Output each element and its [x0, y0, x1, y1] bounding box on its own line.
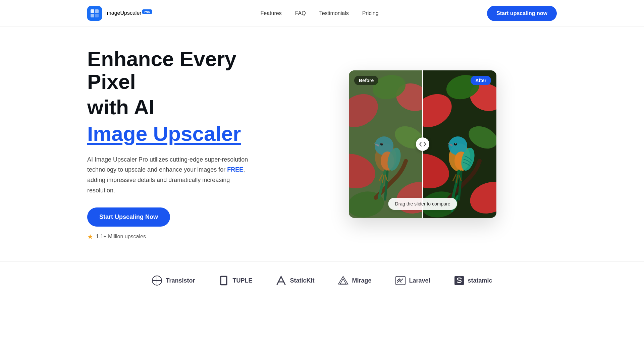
free-link[interactable]: FREE	[227, 166, 243, 173]
statickit-label: StaticKit	[290, 277, 314, 284]
statamic-icon	[454, 275, 465, 286]
laravel-label: Laravel	[409, 277, 430, 284]
upscales-count: ★ 1.1+ Million upscales	[87, 233, 262, 241]
nav-faq[interactable]: FAQ	[295, 10, 306, 16]
logo-statickit: StaticKit	[276, 275, 314, 286]
svg-point-18	[382, 143, 383, 144]
nav-testimonials[interactable]: Testimonials	[319, 10, 349, 16]
transistor-icon	[152, 275, 162, 286]
laravel-icon	[395, 275, 406, 286]
main-nav: Features FAQ Testimonials Pricing	[261, 10, 379, 16]
image-compare-section: Before After Drag the slider to compare	[288, 70, 557, 218]
hero-cta-button[interactable]: Start Upscaling Now	[87, 207, 170, 227]
svg-rect-1	[95, 9, 99, 13]
hero-section: Enhance Every Pixel with AI Image Upscal…	[0, 27, 644, 261]
svg-rect-37	[221, 277, 226, 284]
star-icon: ★	[87, 233, 93, 241]
logos-bar: Transistor TUPLE StaticKit Mirage	[0, 261, 644, 299]
tuple-icon	[218, 275, 229, 286]
before-image	[349, 70, 423, 218]
svg-rect-3	[95, 14, 99, 17]
mirage-icon	[338, 275, 348, 286]
compare-slider-handle[interactable]	[416, 137, 429, 151]
svg-rect-0	[91, 9, 94, 13]
logo[interactable]: ImageUpscalerPRO	[87, 6, 152, 21]
logo-icon	[87, 6, 102, 21]
tuple-label: TUPLE	[232, 277, 252, 284]
transistor-label: Transistor	[166, 277, 195, 284]
before-label: Before	[354, 76, 378, 85]
hero-content: Enhance Every Pixel with AI Image Upscal…	[87, 48, 262, 241]
logo-mirage: Mirage	[338, 275, 371, 286]
after-label: After	[471, 76, 491, 85]
svg-point-32	[455, 143, 457, 144]
after-image	[423, 70, 496, 218]
nav-pricing[interactable]: Pricing	[362, 10, 379, 16]
hero-title: Enhance Every Pixel with AI Image Upscal…	[87, 48, 262, 146]
logo-tuple: TUPLE	[218, 275, 252, 286]
statickit-icon	[276, 275, 286, 286]
nav-features[interactable]: Features	[261, 10, 282, 16]
svg-rect-2	[91, 14, 94, 17]
logo-laravel: Laravel	[395, 275, 430, 286]
hero-description: AI Image Upscaler Pro utilizes cutting-e…	[87, 155, 248, 195]
compare-container[interactable]: Before After Drag the slider to compare	[349, 70, 496, 218]
logo-transistor: Transistor	[152, 275, 195, 286]
statamic-label: statamic	[468, 277, 492, 284]
header-cta-button[interactable]: Start upscaling now	[487, 6, 557, 21]
logo-text: ImageUpscalerPRO	[105, 10, 152, 16]
logo-statamic: statamic	[454, 275, 492, 286]
drag-hint: Drag the slider to compare	[388, 198, 457, 210]
mirage-label: Mirage	[352, 277, 371, 284]
